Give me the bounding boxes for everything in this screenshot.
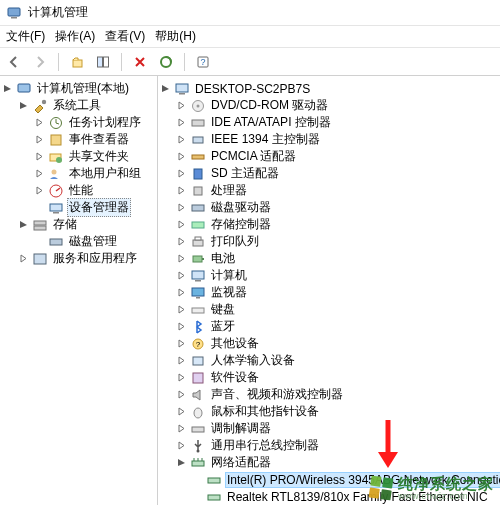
expander-closed-icon[interactable] <box>34 134 45 145</box>
expander-closed-icon[interactable] <box>176 117 187 128</box>
expander-open-icon[interactable] <box>160 83 171 94</box>
expander-closed-icon[interactable] <box>176 321 187 332</box>
expander-open-icon[interactable] <box>176 457 187 468</box>
category-ieee1394[interactable]: IEEE 1394 主控制器 <box>176 131 498 148</box>
category-label: 其他设备 <box>209 335 261 352</box>
svg-rect-27 <box>193 137 203 143</box>
category-pcmcia[interactable]: PCMCIA 适配器 <box>176 148 498 165</box>
expander-closed-icon[interactable] <box>176 423 187 434</box>
category-cpu[interactable]: 处理器 <box>176 182 498 199</box>
services-and-apps[interactable]: 服务和应用程序 <box>18 250 155 267</box>
expander-closed-icon[interactable] <box>34 117 45 128</box>
app-icon <box>6 5 22 21</box>
category-label: 蓝牙 <box>209 318 237 335</box>
network-adapter-realtek[interactable]: Realtek RTL8139/810x Family Fast Etherne… <box>192 488 498 505</box>
expander-closed-icon[interactable] <box>176 440 187 451</box>
category-monitor[interactable]: 监视器 <box>176 284 498 301</box>
expander-open-icon[interactable] <box>18 219 29 230</box>
expander-closed-icon[interactable] <box>176 202 187 213</box>
titlebar: 计算机管理 <box>0 0 500 26</box>
menu-file[interactable]: 文件(F) <box>6 28 45 45</box>
category-label: SD 主适配器 <box>209 165 281 182</box>
expander-closed-icon[interactable] <box>176 338 187 349</box>
expander-closed-icon[interactable] <box>176 270 187 281</box>
category-network[interactable]: 网络适配器 <box>176 454 498 471</box>
back-button[interactable] <box>4 52 24 72</box>
device-root[interactable]: DESKTOP-SC2PB7S <box>160 80 498 97</box>
category-dvd[interactable]: DVD/CD-ROM 驱动器 <box>176 97 498 114</box>
expander-closed-icon[interactable] <box>176 372 187 383</box>
category-keyboard[interactable]: 键盘 <box>176 301 498 318</box>
svg-rect-17 <box>53 212 59 214</box>
category-modem[interactable]: 调制解调器 <box>176 420 498 437</box>
category-disk[interactable]: 磁盘驱动器 <box>176 199 498 216</box>
toolbar-separator <box>121 53 122 71</box>
category-sd[interactable]: SD 主适配器 <box>176 165 498 182</box>
expander-closed-icon[interactable] <box>176 304 187 315</box>
expander-closed-icon[interactable] <box>176 151 187 162</box>
window-title: 计算机管理 <box>28 4 88 21</box>
svg-rect-26 <box>192 120 204 126</box>
storage-label: 存储 <box>51 216 79 233</box>
expander-closed-icon[interactable] <box>176 236 187 247</box>
pcmcia-icon <box>190 149 206 165</box>
menu-help[interactable]: 帮助(H) <box>155 28 196 45</box>
disk-management[interactable]: 磁盘管理 <box>34 233 155 250</box>
menu-action[interactable]: 操作(A) <box>55 28 95 45</box>
forward-button[interactable] <box>30 52 50 72</box>
category-software[interactable]: 软件设备 <box>176 369 498 386</box>
expander-closed-icon[interactable] <box>34 151 45 162</box>
expander-closed-icon[interactable] <box>34 185 45 196</box>
up-button[interactable] <box>67 52 87 72</box>
expander-closed-icon[interactable] <box>176 168 187 179</box>
category-sound[interactable]: 声音、视频和游戏控制器 <box>176 386 498 403</box>
expander-open-icon[interactable] <box>18 100 29 111</box>
network-adapter-intel[interactable]: Intel(R) PRO/Wireless 3945ABG Network Co… <box>192 471 498 488</box>
left-root[interactable]: 计算机管理(本地) <box>2 80 155 97</box>
category-mouse[interactable]: 鼠标和其他指针设备 <box>176 403 498 420</box>
expander-closed-icon[interactable] <box>176 100 187 111</box>
category-battery[interactable]: 电池 <box>176 250 498 267</box>
category-hid[interactable]: 人体学输入设备 <box>176 352 498 369</box>
category-storage_ctrl[interactable]: 存储控制器 <box>176 216 498 233</box>
category-print_queue[interactable]: 打印队列 <box>176 233 498 250</box>
expander-closed-icon[interactable] <box>18 253 29 264</box>
expander-closed-icon[interactable] <box>176 219 187 230</box>
expander-closed-icon[interactable] <box>176 355 187 366</box>
expander-blank <box>192 491 203 502</box>
category-usb[interactable]: 通用串行总线控制器 <box>176 437 498 454</box>
local-users-groups[interactable]: 本地用户和组 <box>34 165 155 182</box>
show-hide-tree-button[interactable] <box>93 52 113 72</box>
delete-button[interactable] <box>130 52 150 72</box>
properties-button[interactable] <box>156 52 176 72</box>
performance[interactable]: 性能 <box>34 182 155 199</box>
expander-closed-icon[interactable] <box>176 185 187 196</box>
expander-closed-icon[interactable] <box>34 168 45 179</box>
shared-folders[interactable]: 共享文件夹 <box>34 148 155 165</box>
expander-closed-icon[interactable] <box>176 406 187 417</box>
expander-closed-icon[interactable] <box>176 287 187 298</box>
category-ide[interactable]: IDE ATA/ATAPI 控制器 <box>176 114 498 131</box>
system-tools-label: 系统工具 <box>51 97 103 114</box>
expander-open-icon[interactable] <box>2 83 13 94</box>
task-scheduler[interactable]: 任务计划程序 <box>34 114 155 131</box>
event-viewer[interactable]: 事件查看器 <box>34 131 155 148</box>
expander-closed-icon[interactable] <box>176 134 187 145</box>
expander-closed-icon[interactable] <box>176 389 187 400</box>
svg-rect-36 <box>202 258 204 260</box>
category-computer[interactable]: 计算机 <box>176 267 498 284</box>
system-tools[interactable]: 系统工具 <box>18 97 155 114</box>
category-other[interactable]: ?其他设备 <box>176 335 498 352</box>
battery-icon <box>190 251 206 267</box>
svg-point-46 <box>194 408 202 418</box>
category-bluetooth[interactable]: 蓝牙 <box>176 318 498 335</box>
svg-rect-4 <box>104 57 109 67</box>
menu-view[interactable]: 查看(V) <box>105 28 145 45</box>
storage[interactable]: 存储 <box>18 216 155 233</box>
device-manager[interactable]: 设备管理器 <box>34 199 155 216</box>
expander-closed-icon[interactable] <box>176 253 187 264</box>
help-button[interactable]: ? <box>193 52 213 72</box>
svg-rect-18 <box>34 221 46 225</box>
usb-icon <box>190 438 206 454</box>
performance-label: 性能 <box>67 182 95 199</box>
